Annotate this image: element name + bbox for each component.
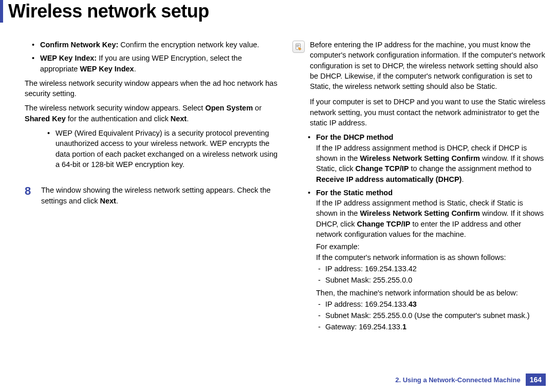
title-bar: Wireless network setup: [0, 0, 555, 27]
text: The window showing the wireless network …: [41, 186, 271, 204]
dhcp-body: If the IP address assignment method is D…: [316, 143, 546, 184]
step-8: 8 The window showing the wireless networ…: [25, 185, 278, 206]
bold: Receive IP address automatically (DHCP): [316, 175, 461, 183]
then-label: Then, the machine's network information …: [316, 288, 546, 298]
note-box: Before entering the IP address for the m…: [292, 40, 546, 91]
paragraph: The wireless network security window app…: [25, 78, 278, 99]
list-item: IP address: 169.254.133.42: [318, 264, 546, 274]
paragraph: If your computer is set to DHCP and you …: [292, 97, 546, 128]
bold: Wireless Network Setting Confirm: [360, 209, 480, 217]
text: .: [116, 197, 118, 205]
list-item: Gateway: 169.254.133.1: [318, 322, 546, 332]
list-item: IP address: 169.254.133.43: [318, 299, 546, 309]
text: or: [253, 104, 262, 112]
title-accent: [0, 0, 3, 23]
machine-list: IP address: 169.254.133.43 Subnet Mask: …: [316, 299, 546, 332]
list-item: Subnet Mask: 255.255.0.0: [318, 275, 546, 285]
list-item: WEP (Wired Equivalent Privacy) is a secu…: [49, 128, 278, 170]
static-method-head: For the Static method: [316, 189, 393, 197]
text: Confirm the encryption network key value…: [118, 41, 259, 49]
example-list: IP address: 169.254.133.42 Subnet Mask: …: [316, 264, 546, 286]
example-label: For example:: [316, 241, 546, 252]
text: Gateway: 169.254.133.: [325, 323, 402, 331]
list-item: For the Static method If the IP address …: [310, 188, 546, 332]
confirm-key-label: Confirm Network Key:: [40, 41, 118, 49]
text: .: [461, 175, 464, 183]
bold: Change TCP/IP: [356, 164, 409, 173]
text: IP address: 169.254.133.: [325, 300, 409, 308]
bold: 43: [409, 300, 417, 308]
bold: 1: [402, 323, 406, 331]
text: to change the assignment method to: [409, 164, 531, 173]
list-item: For the DHCP method If the IP address as…: [310, 132, 546, 184]
example-intro: If the computer's network information is…: [316, 252, 546, 263]
note-text: Before entering the IP address for the m…: [310, 40, 546, 91]
dhcp-method-head: For the DHCP method: [316, 133, 393, 141]
text: for the authentication and click: [66, 115, 171, 123]
chapter-label: 2. Using a Network-Connected Machine: [395, 376, 520, 384]
list-item: WEP Key Index: If you are using WEP Encr…: [34, 53, 278, 74]
next-bold: Next: [100, 197, 116, 205]
text: .: [134, 65, 136, 73]
shared-key-bold: Shared Key: [25, 115, 66, 123]
open-system-bold: Open System: [205, 104, 253, 112]
bold: Change TCP/IP: [357, 220, 411, 228]
list-item: Confirm Network Key: Confirm the encrypt…: [34, 40, 278, 50]
note-icon: [292, 41, 305, 53]
static-body: If the IP address assignment method is S…: [316, 198, 546, 239]
wep-sublist: WEP (Wired Equivalent Privacy) is a secu…: [25, 128, 278, 170]
column-left: Confirm Network Key: Confirm the encrypt…: [25, 40, 278, 335]
content-columns: Confirm Network Key: Confirm the encrypt…: [0, 27, 555, 335]
text: .: [187, 115, 189, 123]
paragraph: The wireless network security window app…: [25, 103, 278, 124]
step-body: The window showing the wireless network …: [41, 185, 278, 206]
next-bold: Next: [171, 115, 187, 123]
wep-index-bold: WEP Key Index: [80, 65, 134, 73]
wep-index-label: WEP Key Index:: [40, 54, 97, 62]
page-footer: 2. Using a Network-Connected Machine 164: [395, 374, 546, 386]
method-list: For the DHCP method If the IP address as…: [292, 132, 546, 332]
page-title: Wireless network setup: [8, 1, 209, 22]
column-right: Before entering the IP address for the m…: [292, 40, 546, 335]
text: The wireless network security window app…: [25, 104, 205, 112]
list-item: Subnet Mask: 255.255.0.0 (Use the comput…: [318, 310, 546, 321]
page-number: 164: [526, 374, 546, 386]
step-number: 8: [25, 185, 41, 197]
bold: Wireless Network Setting Confirm: [360, 154, 480, 162]
top-bullet-list: Confirm Network Key: Confirm the encrypt…: [25, 40, 278, 74]
